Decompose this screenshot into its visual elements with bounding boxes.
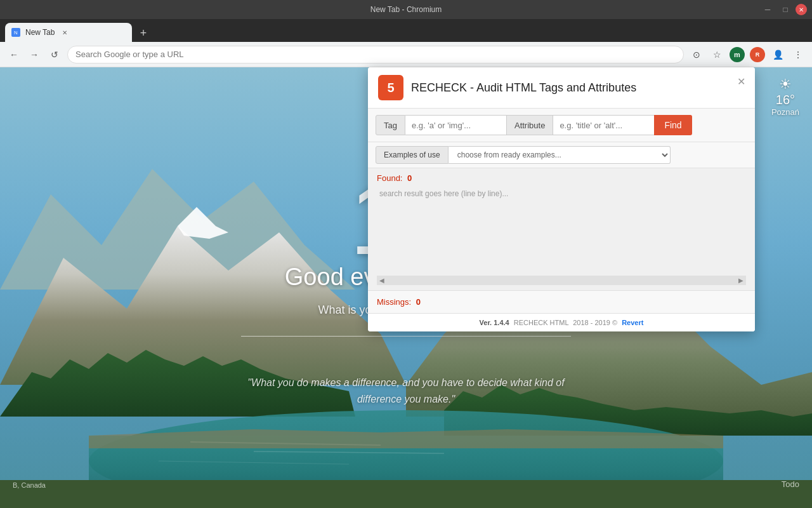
focus-input-underline [241,336,571,337]
attribute-label: Attribute [507,115,553,135]
active-tab[interactable]: N New Tab ✕ [5,23,132,42]
reload-button[interactable]: ↺ [47,47,62,62]
tab-bar: N New Tab ✕ + [0,19,812,42]
found-count: 0 [407,173,412,183]
title-bar: New Tab - Chromium ─ □ ✕ [0,0,812,19]
popup-close-button[interactable]: ✕ [735,75,747,88]
extension-icon[interactable]: R [750,47,765,62]
bookmark-icon[interactable]: ☆ [709,47,724,62]
popup-header: 5 RECHECK - Audit HTML Tags and Attribut… [368,67,755,109]
version-text: Ver. 1.4.4 [480,319,509,326]
weather-temperature: 16° [771,93,799,107]
scroll-right-arrow[interactable]: ▶ [738,277,743,284]
results-area: Found: 0 search result goes here (line b… [368,168,755,290]
found-line: Found: 0 [377,173,746,183]
examples-select[interactable]: choose from ready examples... [449,146,671,164]
version-bar: Ver. 1.4.4 RECHECK HTML 2018 - 2019 © Re… [368,313,755,331]
missings-count: 0 [416,297,421,307]
extension-popup: 5 RECHECK - Audit HTML Tags and Attribut… [368,67,755,331]
tag-label: Tag [376,115,405,135]
scroll-left-arrow[interactable]: ◀ [379,277,384,284]
address-bar: ← → ↺ ⊙ ☆ m R 👤 ⋮ [0,42,812,67]
profile-avatar-m[interactable]: m [730,47,745,62]
examples-label: Examples of use [376,146,449,164]
tab-favicon: N [11,28,20,37]
tab-close-button[interactable]: ✕ [60,27,70,37]
examples-row: Examples of use choose from ready exampl… [368,142,755,168]
find-button[interactable]: Find [654,115,691,135]
minimize-button[interactable]: ─ [760,2,775,17]
app-name: RECHECK HTML [514,319,568,326]
weather-widget: ☀ 16° Poznań [771,76,799,117]
popup-title: RECHECK - Audit HTML Tags and Attributes [411,81,636,95]
forward-button[interactable]: → [27,47,42,62]
todo-label: Todo [782,479,799,489]
chrome-browser-frame: New Tab - Chromium ─ □ ✕ N New Tab ✕ + ←… [0,0,812,67]
close-button[interactable]: ✕ [796,4,807,15]
lens-icon[interactable]: ⊙ [689,47,704,62]
year-range: 2018 - 2019 © [573,319,617,326]
popup-footer: Missings: 0 [368,290,755,313]
profile-icon[interactable]: 👤 [770,47,785,62]
missings-line: Missings: 0 [377,297,746,307]
html5-logo: 5 [378,75,403,100]
window-controls: ─ □ ✕ [760,2,807,17]
maximize-button[interactable]: □ [778,2,793,17]
results-text: search result goes here (line by line)..… [377,187,746,263]
weather-city: Poznań [771,107,799,117]
tag-input[interactable] [405,115,507,135]
back-button[interactable]: ← [6,47,22,62]
scroll-arrows: ◀ ▶ [377,276,746,285]
location-label: B, Canada [13,481,46,489]
missings-label: Missings: [377,297,411,307]
menu-icon[interactable]: ⋮ [790,47,806,62]
revert-link[interactable]: Revert [622,319,643,326]
quote-display: "What you do makes a difference, and you… [247,375,565,407]
results-scroll-area[interactable]: search result goes here (line by line)..… [377,187,746,276]
found-label: Found: [377,173,402,183]
attribute-input[interactable] [553,115,655,135]
new-tab-button[interactable]: + [134,24,152,42]
tab-label: New Tab [25,28,55,37]
window-title: New Tab - Chromium [370,5,442,14]
weather-icon: ☀ [771,76,799,93]
search-row: Tag Attribute Find [368,109,755,142]
address-input[interactable] [67,46,684,64]
